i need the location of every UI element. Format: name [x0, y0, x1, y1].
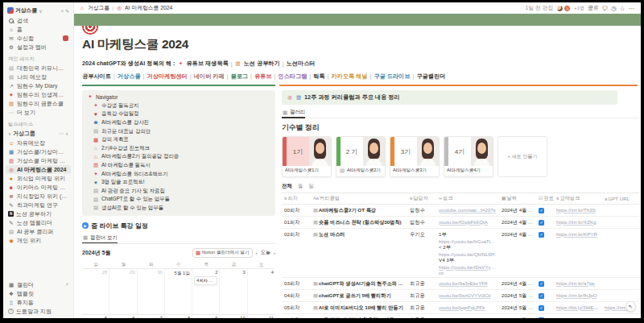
- sidebar-teampage-AI 마케팅스쿨 2024[interactable]: ◎AI 마케팅스쿨 2024: [6, 165, 71, 174]
- sidebar-teampage-자유메모장[interactable]: ☺자유메모장: [6, 139, 71, 147]
- cell-date[interactable]: 2024년 5월 9일: [499, 302, 536, 314]
- navigator-item[interactable]: ☻AI마케팅스쿨 강사진: [87, 118, 270, 127]
- done-checkbox[interactable]: ✓: [539, 220, 544, 226]
- calendar-day-cell[interactable]: 24회차 ...: [192, 268, 220, 314]
- sidebar-page-더 보기[interactable]: ⋯더 보기: [6, 108, 71, 117]
- navigator-item[interactable]: ✦수강생 필독공지: [87, 101, 270, 110]
- more-icon[interactable]: ⋯: [59, 130, 64, 137]
- cell-date[interactable]: 2024년 5월 2일: [499, 290, 536, 302]
- cell-session[interactable]: 05회차: [282, 302, 311, 314]
- gallery-card-AI마케팅스쿨4기[interactable]: 4기AI마케팅스쿨4기: [444, 136, 493, 177]
- done-checkbox[interactable]: ✓: [539, 281, 544, 287]
- sidebar-teampage-노션 템플리더[interactable]: ✎노션 템플리더: [6, 218, 71, 227]
- cell-date[interactable]: 2024년 4월 25일: [499, 278, 536, 290]
- done-checkbox[interactable]: ✓: [539, 317, 544, 319]
- done-checkbox[interactable]: ✓: [539, 232, 544, 238]
- calendar-day-cell[interactable]: 7: [138, 314, 165, 318]
- cell-owner[interactable]: 최규문: [407, 302, 436, 314]
- navigator-item[interactable]: ♥줌특강 수업일정: [87, 110, 270, 119]
- calendar-today-button[interactable]: 오늘: [261, 249, 270, 256]
- cell-title[interactable]: ▤노션 마스터: [311, 229, 407, 278]
- cell-title[interactable]: ▤AI를 광고 마케팅에 활용하는 실무 팁들: [311, 314, 407, 319]
- cell-session[interactable]: 02회차: [282, 229, 311, 278]
- cell-date[interactable]: 2024년 4월 18일: [499, 229, 536, 278]
- calendar-day-cell[interactable]: 30: [138, 268, 165, 314]
- sidebar-teampage-외식업 마케팅 위키[interactable]: ●외식업 마케팅 위키: [6, 174, 71, 183]
- table-view-tab-일[interactable]: 일: [308, 183, 313, 190]
- cell-title[interactable]: ▤AI로 이미지&비디오 10배 빨리 만들기: [311, 302, 407, 314]
- calendar-day-cell[interactable]: 6: [109, 314, 137, 318]
- link-url[interactable]: youtu.be/pqsPqLPFk: [439, 304, 485, 310]
- cell-book-link[interactable]: https://zrr.kr/Th3S: [554, 205, 602, 217]
- subtitle-link[interactable]: 노션 공부하기: [244, 60, 280, 68]
- quick-link-구글 드라이브[interactable]: 구글 드라이브: [374, 72, 410, 81]
- share-button[interactable]: 공유: [588, 4, 599, 12]
- sidebar-footer-템플릿[interactable]: ❖템플릿: [6, 289, 71, 298]
- cell-book-link[interactable]: https://zrr.kr/XZKg: [554, 217, 602, 229]
- book-url[interactable]: https://bit.ly/4bI3qzx: [556, 317, 601, 319]
- quick-link-블로그[interactable]: 블로그: [230, 72, 248, 81]
- history-icon[interactable]: ◷: [611, 5, 617, 12]
- cell-done[interactable]: ✓: [536, 229, 554, 278]
- column-header-교재링크[interactable]: ≡교재링크: [554, 193, 602, 205]
- navigator-item[interactable]: ♨AI마케팅스쿨2기 질의응답 정리중: [87, 153, 270, 162]
- quick-link-구글캘린더[interactable]: 구글캘린더: [416, 72, 445, 81]
- table-view-tab-월[interactable]: 월: [298, 183, 303, 190]
- cell-link[interactable]: youtu.be/4cC2nkZh4j0: [436, 314, 499, 319]
- sidebar-teampage-지식창업자 위키 (강사)[interactable]: ≣지식창업자 위키 (강사): [6, 192, 71, 201]
- cell-title[interactable]: ▤숏폼 비즈니스 전략 (릴스막상30법칙): [311, 217, 407, 229]
- link-url[interactable]: youtu.be/4cC2nkZh4j0: [439, 317, 489, 319]
- cell-link[interactable]: youtube.com/wat...t=207s: [436, 205, 499, 217]
- sidebar-teampage-거상스쿨/거상마케팅센터[interactable]: ▦거상스쿨/거상마케팅센터: [6, 147, 71, 156]
- cursor-fab-button[interactable]: ↖: [625, 301, 636, 312]
- calendar-day-cell[interactable]: 95회차 ...: [192, 314, 220, 318]
- tab-gallery-view[interactable]: ▦ 갤러리: [282, 109, 305, 116]
- teamspace-group[interactable]: ∨ 거상그룹 ⋯ +: [6, 129, 71, 139]
- calendar-day-cell[interactable]: 8: [165, 314, 192, 318]
- star-icon[interactable]: ☆: [620, 5, 625, 12]
- link-url[interactable]: youtube.com/wat...t=207s: [439, 207, 496, 213]
- cell-gpt-url[interactable]: [602, 290, 639, 302]
- link-url[interactable]: V4 3부: [439, 257, 497, 264]
- link-url[interactable]: youtu.be/fGsjkFkKQiA: [439, 219, 488, 225]
- quick-link-틱톡[interactable]: 틱톡: [313, 72, 324, 81]
- sidebar-page-나의 메모장[interactable]: ▤나의 메모장: [6, 72, 71, 81]
- calendar-prev-button[interactable]: ‹: [256, 250, 258, 255]
- book-url[interactable]: https://zrr.kr/XZKg: [556, 219, 597, 225]
- cell-date[interactable]: 2024년 5월 16일: [499, 314, 536, 319]
- cell-session[interactable]: 03회차: [282, 278, 311, 290]
- sidebar-page-대한민국 커뮤니티 사이트 순..[interactable]: ▤대한민국 커뮤니티 사이트 순..: [6, 64, 71, 72]
- sidebar-teampage-이커머스 마케팅 위키[interactable]: ■이커머스 마케팅 위키: [6, 183, 71, 192]
- sidebar-teampage-AI 공부 클리퍼[interactable]: ▤AI 공부 클리퍼: [6, 227, 71, 236]
- quick-link-인스타그램[interactable]: 인스타그램: [278, 72, 307, 81]
- cell-book-link[interactable]: https://bit.ly/4bI3qzx: [554, 314, 602, 319]
- subtitle-link[interactable]: 유튜브 재생목록: [186, 60, 228, 68]
- subtitle-link[interactable]: 노션마스터: [287, 60, 316, 68]
- cell-link[interactable]: 1부https://youtu.be/hCuaTtgh2Z< 2부https:/…: [436, 229, 499, 278]
- cell-owner[interactable]: 최규문: [407, 278, 436, 290]
- cell-session[interactable]: 06회차: [282, 314, 311, 319]
- calendar-day-cell[interactable]: 5월 1일: [165, 268, 192, 314]
- cell-done[interactable]: ✓: [536, 290, 554, 302]
- gpt-url[interactable]: https://zrr.kr/Hw3J: [605, 317, 639, 319]
- cell-owner[interactable]: 최규문: [407, 290, 436, 302]
- calendar-day-cell[interactable]: 4: [248, 268, 275, 314]
- more-icon[interactable]: ⋯: [629, 5, 635, 12]
- link-url[interactable]: < 2부: [439, 244, 497, 251]
- link-url[interactable]: https://youtu.be/hCuaTtgh2Z: [439, 238, 497, 244]
- link-url[interactable]: https://youtu.be/QblNL6H: [439, 251, 497, 257]
- cell-title[interactable]: ▤AI마케팅스쿨2기 OT 특강: [311, 205, 407, 217]
- collapse-sidebar-icon[interactable]: «: [61, 8, 64, 13]
- navigator-item[interactable]: ⌂2기#수강생 진도체크: [87, 144, 270, 153]
- cell-owner[interactable]: 최규문: [407, 314, 436, 319]
- breadcrumb-team[interactable]: 거상그룹: [88, 4, 109, 12]
- link-url[interactable]: https://youtu.be/IDsVYyRY-cs: [439, 264, 497, 275]
- calendar-day-cell[interactable]: 3: [220, 268, 247, 314]
- link-url[interactable]: youtu.be/9a3vEkvYF8: [439, 280, 488, 286]
- open-notion-calendar-button[interactable]: ▦ Notion 캘린더에서 열기: [192, 248, 253, 258]
- quick-link-네이버 카페[interactable]: 네이버 카페: [194, 72, 225, 81]
- cell-book-link[interactable]: https://zrr.kr/fhJpO: [554, 290, 602, 302]
- sidebar-teampage-개인 위키[interactable]: ◉개인 위키: [6, 236, 71, 245]
- cell-book-link[interactable]: https://bit.ly/3WE3hJv: [554, 302, 602, 314]
- cell-session[interactable]: 04회차: [282, 290, 311, 302]
